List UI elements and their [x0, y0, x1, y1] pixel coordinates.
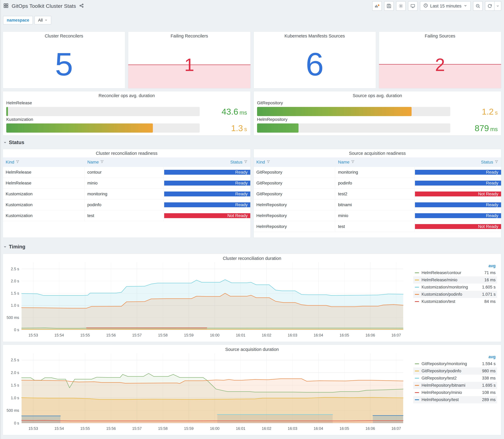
variable-namespace-select[interactable]: All: [35, 16, 51, 24]
column-header-label: Name: [87, 160, 99, 165]
save-dashboard-button[interactable]: [384, 1, 394, 11]
gauge-value-number: 1.2: [482, 107, 494, 116]
settings-button[interactable]: [396, 1, 406, 11]
cell-name: test: [335, 221, 415, 232]
table-row: GitRepositorytest2Not Ready: [254, 189, 501, 199]
chart-cluster-reconciliation-duration: Cluster reconciliation duration0 s500 ms…: [3, 254, 501, 342]
legend-avg-header[interactable]: avg: [413, 354, 497, 360]
column-header-name[interactable]: Name: [335, 157, 415, 167]
svg-text:16:03: 16:03: [288, 426, 297, 431]
section-timing-toggle[interactable]: Timing: [3, 244, 25, 250]
legend-item[interactable]: HelmRepository/bitnami1.695 s: [413, 382, 497, 389]
legend-item[interactable]: Kustomization/monitoring1.605 s: [413, 284, 497, 291]
legend-item[interactable]: HelmRelease/minio16 ms: [413, 276, 497, 284]
time-range-label: Last 15 minutes: [430, 3, 461, 9]
cell-status: Ready: [164, 178, 250, 188]
svg-text:15:57: 15:57: [132, 333, 142, 337]
table-row: HelmRepositorybitnamiReady: [254, 199, 501, 210]
refresh-interval-dropdown[interactable]: [494, 1, 501, 11]
gauge-value: 1.2s: [450, 107, 498, 117]
legend-series-name[interactable]: HelmRepository/bitnami: [421, 383, 473, 388]
refresh-button[interactable]: [485, 1, 494, 11]
legend-item[interactable]: HelmRepository/minio108 ms: [413, 389, 497, 396]
cell-kind: GitRepository: [254, 178, 335, 188]
legend-series-name[interactable]: Kustomization/monitoring: [421, 285, 473, 290]
share-icon[interactable]: [79, 3, 84, 9]
cell-name: podinfo: [85, 199, 164, 210]
stat-value: 2: [379, 32, 501, 88]
table-row: GitRepositorypodinfoReady: [254, 178, 501, 189]
column-header-kind[interactable]: Kind: [254, 157, 335, 167]
svg-text:15:59: 15:59: [184, 333, 194, 337]
section-status-toggle[interactable]: Status: [3, 139, 24, 145]
legend-item[interactable]: HelmRelease/contour71 ms: [413, 269, 497, 276]
section-status-label: Status: [9, 139, 24, 145]
legend-series-dash: [415, 385, 419, 386]
cell-kind: Kustomization: [3, 189, 85, 199]
cell-name: test2: [335, 189, 415, 199]
filter-icon[interactable]: [495, 160, 498, 165]
time-range-picker[interactable]: Last 15 minutes: [420, 1, 471, 11]
table-row: HelmReleasecontourReady: [3, 167, 250, 178]
column-header-name[interactable]: Name: [85, 157, 164, 167]
column-header-kind[interactable]: Kind: [3, 157, 85, 167]
legend-item[interactable]: GitRepository/monitoring1.594 s: [413, 360, 497, 367]
filter-icon[interactable]: [267, 160, 270, 165]
legend-series-name[interactable]: GitRepository/monitoring: [421, 361, 473, 366]
legend-item[interactable]: Kustomization/test84 ms: [413, 298, 497, 305]
svg-text:16:03: 16:03: [288, 333, 297, 337]
legend-series-name[interactable]: HelmRelease/minio: [421, 278, 473, 282]
cell-name: test: [85, 210, 164, 221]
dashboard-grid-icon[interactable]: [3, 3, 9, 9]
legend-series-name[interactable]: HelmRepository/minio: [421, 390, 473, 395]
stat-value: 1: [128, 32, 250, 88]
filter-icon[interactable]: [16, 160, 19, 165]
legend-avg-header[interactable]: avg: [413, 263, 497, 269]
gauge-row-helmrelease: HelmRelease43.6ms: [6, 100, 247, 117]
legend-series-name[interactable]: HelmRepository/test: [421, 397, 473, 402]
legend-item[interactable]: GitRepository/test2338 ms: [413, 375, 497, 382]
cell-status: Ready: [415, 178, 501, 188]
stat-value: 5: [3, 40, 125, 88]
column-header-status[interactable]: Status: [415, 157, 501, 167]
legend-series-name[interactable]: GitRepository/test2: [421, 376, 473, 380]
filter-icon[interactable]: [244, 160, 247, 165]
gauge-track: [257, 107, 450, 116]
svg-text:15:55: 15:55: [80, 333, 90, 337]
svg-text:16:07: 16:07: [391, 333, 401, 337]
status-badge: Not Ready: [164, 213, 250, 218]
stat-panel-3: Failing Sources2: [379, 32, 501, 88]
legend-item[interactable]: Kustomization/podinfo1.071 s: [413, 291, 497, 298]
legend-item[interactable]: HelmRepository/test289 ms: [413, 396, 497, 403]
legend-series-avg: 1.071 s: [473, 292, 496, 297]
filter-icon[interactable]: [351, 160, 355, 165]
legend-series-name[interactable]: Kustomization/test: [421, 299, 473, 304]
cell-status: Ready: [164, 189, 250, 199]
status-badge: Ready: [164, 181, 250, 185]
kiosk-mode-button[interactable]: [408, 1, 418, 11]
legend-series-name[interactable]: Kustomization/podinfo: [421, 292, 473, 297]
svg-text:16:00: 16:00: [210, 426, 220, 431]
cell-name: bitnami: [335, 199, 415, 210]
stat-panel-1: Failing Reconcilers1: [128, 32, 250, 88]
legend-series-name[interactable]: HelmRelease/contour: [421, 270, 473, 275]
variable-namespace-label[interactable]: namespace: [3, 16, 33, 24]
stat-value: 6: [254, 40, 376, 88]
svg-text:16:04: 16:04: [314, 333, 323, 337]
page-title: GitOps Toolkit Cluster Stats: [12, 3, 76, 9]
refresh-split-button: [485, 1, 501, 11]
legend-series-avg: 338 ms: [473, 376, 496, 380]
legend-series-avg: 1.605 s: [473, 285, 496, 290]
legend-series-dash: [415, 364, 419, 364]
filter-icon[interactable]: [100, 160, 104, 165]
legend-series-name[interactable]: GitRepository/podinfo: [421, 369, 473, 373]
chevron-down-icon: [3, 245, 7, 248]
cell-kind: GitRepository: [254, 189, 335, 199]
column-header-label: Status: [481, 160, 493, 165]
column-header-status[interactable]: Status: [164, 157, 250, 167]
add-panel-button[interactable]: [372, 1, 382, 11]
gauge-panels-row: Reconciler ops avg. durationHelmRelease4…: [3, 91, 501, 135]
chevron-down-icon: [45, 18, 48, 23]
zoom-out-button[interactable]: [473, 1, 483, 11]
legend-item[interactable]: GitRepository/podinfo980 ms: [413, 367, 497, 375]
